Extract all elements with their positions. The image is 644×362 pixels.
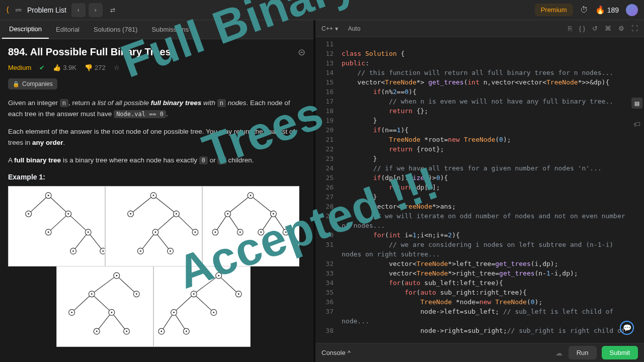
like-button[interactable]: 👍 3.9K (53, 64, 76, 71)
code-panel: C++ ▾ Auto ⎘ { } ↺ ⌘ ⚙ ⛶ 111213141516171… (315, 20, 644, 362)
notes-icon[interactable]: ▤ (631, 98, 642, 109)
svg-line-62 (72, 294, 92, 313)
chevron-up-icon: ^ (348, 349, 351, 356)
svg-line-63 (92, 294, 112, 313)
problem-list-link[interactable]: Problem List (27, 6, 66, 14)
dislike-count: 272 (95, 64, 106, 71)
like-count: 3.9K (63, 64, 76, 71)
svg-line-82 (174, 294, 194, 313)
svg-point-39 (170, 250, 171, 252)
svg-point-35 (194, 231, 196, 233)
svg-point-57 (260, 231, 262, 233)
svg-line-83 (194, 294, 214, 313)
problem-description: Given an integer n, return a list of all… (8, 98, 305, 347)
solved-check-icon: ✔ (39, 64, 45, 71)
svg-line-21 (153, 196, 176, 214)
svg-point-59 (285, 231, 287, 233)
chat-bubble-icon[interactable]: 💬 (620, 321, 634, 335)
console-toggle[interactable]: Console ^ (321, 349, 351, 356)
svg-line-41 (251, 196, 273, 214)
svg-line-44 (261, 214, 274, 232)
tab-description[interactable]: Description (2, 20, 49, 39)
svg-point-51 (273, 213, 274, 215)
logo-icon[interactable]: ⟨ (6, 5, 9, 15)
submit-button[interactable]: Submit (602, 346, 638, 359)
reset-icon[interactable]: ↺ (592, 25, 598, 32)
svg-line-23 (176, 214, 195, 232)
svg-point-29 (130, 213, 131, 215)
svg-point-37 (140, 250, 141, 252)
run-button[interactable]: Run (569, 346, 597, 359)
share-button[interactable]: ↗ (128, 64, 133, 71)
svg-line-84 (162, 312, 174, 331)
streak-counter[interactable]: 🔥 189 (595, 5, 619, 15)
avatar[interactable] (626, 4, 638, 16)
svg-line-4 (73, 232, 89, 251)
svg-line-64 (97, 312, 112, 331)
svg-point-31 (176, 213, 177, 215)
companies-tag[interactable]: 🔒 Companies (8, 78, 57, 89)
list-icon[interactable]: ≔ (15, 6, 22, 14)
timer-icon[interactable]: ⏱ (580, 6, 588, 15)
svg-point-93 (173, 312, 175, 313)
svg-line-5 (88, 232, 103, 251)
svg-point-91 (238, 293, 239, 295)
flame-icon: 🔥 (595, 5, 605, 15)
svg-line-22 (155, 214, 176, 232)
bookmark-icon[interactable]: ⎘ (568, 25, 572, 32)
svg-line-81 (219, 276, 239, 294)
code-editor[interactable]: 1112131415161718192021222324252627282930… (315, 37, 644, 343)
more-menu-icon[interactable]: ⊝ (298, 47, 305, 58)
svg-line-85 (174, 312, 187, 331)
svg-line-25 (155, 232, 171, 251)
dislike-button[interactable]: 👎 272 (85, 64, 106, 71)
top-bar: ⟨ ≔ Problem List ‹ › ⇄ Premium ⏱ 🔥 189 (0, 0, 644, 20)
problem-panel: Description Editorial Solutions (781) Su… (0, 20, 315, 362)
svg-point-15 (88, 231, 89, 233)
svg-line-0 (29, 196, 49, 214)
tab-solutions[interactable]: Solutions (781) (87, 20, 144, 39)
language-select[interactable]: C++ ▾ (321, 25, 338, 32)
svg-point-47 (250, 195, 252, 196)
braces-icon[interactable]: { } (579, 25, 585, 32)
autocomplete-toggle[interactable]: Auto (348, 25, 361, 32)
premium-button[interactable]: Premium (535, 4, 573, 16)
svg-line-42 (215, 214, 228, 232)
prev-problem-button[interactable]: ‹ (71, 3, 86, 17)
companies-label: Companies (22, 80, 53, 87)
cloud-icon[interactable]: ☁ (555, 349, 562, 357)
fullscreen-icon[interactable]: ⛶ (631, 25, 638, 32)
favorite-button[interactable]: ☆ (114, 64, 120, 71)
svg-point-79 (126, 330, 127, 332)
svg-point-75 (111, 312, 112, 313)
svg-line-1 (48, 196, 68, 214)
svg-point-9 (28, 213, 29, 215)
svg-line-20 (131, 196, 153, 214)
tab-editorial[interactable]: Editorial (49, 20, 87, 39)
svg-line-45 (273, 214, 286, 232)
svg-point-69 (91, 293, 93, 295)
svg-line-24 (140, 232, 155, 251)
shortcuts-icon[interactable]: ⌘ (605, 25, 611, 32)
svg-line-60 (92, 276, 116, 294)
shuffle-button[interactable]: ⇄ (106, 3, 120, 17)
code-footer: Console ^ ☁ Run Submit (315, 343, 644, 362)
tab-submissions[interactable]: Submissions (144, 20, 196, 39)
svg-point-7 (48, 195, 49, 196)
svg-point-49 (227, 213, 228, 215)
svg-line-61 (117, 276, 137, 294)
svg-point-71 (136, 293, 137, 295)
svg-point-55 (239, 231, 241, 233)
next-problem-button[interactable]: › (89, 3, 103, 17)
streak-count: 189 (607, 6, 619, 14)
svg-line-43 (228, 214, 240, 232)
svg-point-87 (218, 275, 219, 277)
svg-point-17 (72, 250, 74, 252)
svg-point-95 (213, 312, 214, 313)
settings-icon[interactable]: ⚙ (618, 25, 624, 32)
svg-point-19 (102, 250, 104, 252)
tag-icon[interactable]: 🏷 (631, 119, 642, 130)
svg-point-33 (154, 231, 156, 233)
svg-point-97 (160, 330, 162, 332)
svg-point-53 (214, 231, 216, 233)
